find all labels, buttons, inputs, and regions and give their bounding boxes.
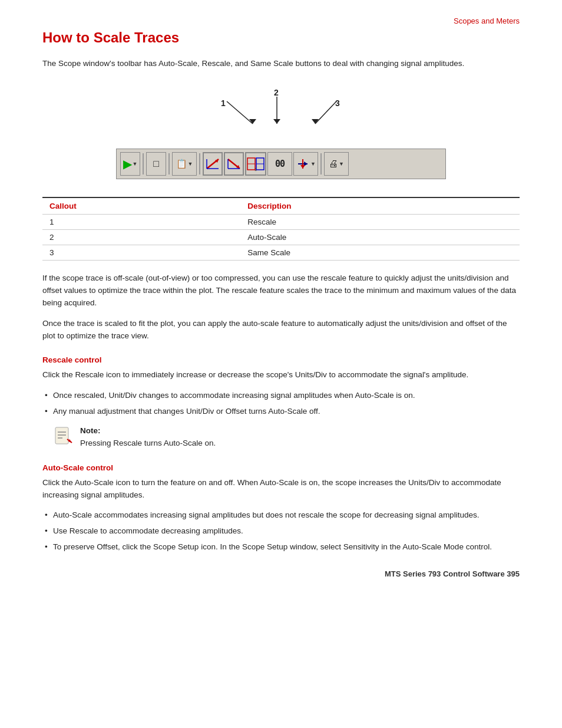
separator-1: [143, 153, 144, 174]
svg-rect-26: [55, 427, 68, 444]
stop-icon: □: [153, 159, 159, 169]
svg-marker-30: [68, 439, 72, 443]
display-icon: 00: [275, 159, 285, 169]
rescale-button[interactable]: [203, 152, 223, 176]
play-icon: ▶: [123, 157, 132, 171]
body-paragraph-1: If the scope trace is off-scale (out-of-…: [42, 272, 520, 309]
print-icon: 🖨: [329, 159, 338, 169]
svg-text:3: 3: [335, 98, 340, 108]
table-row: 2Auto-Scale: [42, 230, 520, 245]
samescale-button[interactable]: 1: [245, 152, 266, 176]
autoscale-heading: Auto-Scale control: [42, 463, 520, 472]
table-description-cell: Rescale: [240, 215, 520, 230]
callout-arrows: 1 2 3: [116, 84, 446, 149]
autoscale-bullets: Auto-Scale accommodates increasing signa…: [42, 509, 520, 554]
note-text: Pressing Rescale turns Auto-Scale on.: [80, 439, 216, 447]
dropdown-arrow-2: ▼: [188, 161, 193, 167]
dropdown-arrow: ▼: [133, 161, 138, 167]
rescale-bullets: Once rescaled, Unit/Div changes to accom…: [42, 390, 520, 418]
note-label: Note:: [80, 426, 101, 435]
page-number: 395: [507, 569, 520, 578]
table-row: 3Same Scale: [42, 245, 520, 261]
setup-button[interactable]: 📋 ▼: [172, 152, 197, 176]
table-callout-cell: 1: [42, 215, 240, 230]
svg-marker-5: [273, 119, 280, 124]
footer-text: MTS Series 793 Control Software: [385, 569, 505, 578]
note-content: Note: Pressing Rescale turns Auto-Scale …: [80, 425, 216, 450]
col-callout-header: Callout: [42, 197, 240, 215]
list-item: Once rescaled, Unit/Div changes to accom…: [42, 390, 520, 402]
table-description-cell: Auto-Scale: [240, 230, 520, 245]
play-button[interactable]: ▶ ▼: [120, 152, 140, 176]
autoscale-icon: [226, 156, 242, 172]
list-item: To preserve Offset, click the Scope Setu…: [42, 541, 520, 554]
intro-paragraph: The Scope window's toolbar has Auto-Scal…: [42, 58, 520, 70]
autoscale-body: Click the Auto-Scale icon to turn the fe…: [42, 477, 520, 502]
arrow-icon: [296, 157, 310, 171]
col-description-header: Description: [240, 197, 520, 215]
rescale-body: Click the Rescale icon to immediately in…: [42, 369, 520, 381]
print-button[interactable]: 🖨 ▼: [324, 152, 349, 176]
table-description-cell: Same Scale: [240, 245, 520, 261]
rescale-icon: [204, 156, 221, 172]
scope-toolbar: ▶ ▼ □ 📋 ▼: [116, 149, 446, 179]
note-box: Note: Pressing Rescale turns Auto-Scale …: [53, 425, 520, 450]
svg-line-7: [315, 101, 336, 124]
section-label: Scopes and Meters: [454, 17, 520, 25]
callout-table: Callout Description 1Rescale2Auto-Scale3…: [42, 197, 520, 261]
svg-text:2: 2: [274, 88, 279, 97]
table-row: 1Rescale: [42, 215, 520, 230]
list-item: Use Rescale to accommodate decreasing am…: [42, 525, 520, 538]
table-callout-cell: 2: [42, 230, 240, 245]
svg-marker-25: [300, 165, 305, 169]
samescale-icon: 1: [246, 156, 265, 172]
page-title: How to Scale Traces: [42, 29, 520, 46]
svg-text:1: 1: [254, 167, 257, 172]
body-paragraph-2: Once the trace is scaled to fit the plot…: [42, 318, 520, 342]
table-callout-cell: 3: [42, 245, 240, 261]
note-icon: [53, 426, 74, 450]
stop-button[interactable]: □: [146, 152, 166, 176]
setup-icon: 📋: [176, 159, 187, 169]
autoscale-button[interactable]: [224, 152, 244, 176]
list-item: Any manual adjustment that changes Unit/…: [42, 406, 520, 418]
separator-3: [199, 153, 200, 174]
arrow-button[interactable]: ▼: [293, 152, 318, 176]
toolbar-diagram: 1 2 3 ▶ ▼: [42, 84, 520, 179]
dropdown-arrow-4: ▼: [339, 161, 344, 167]
page-footer: MTS Series 793 Control Software 395: [385, 569, 520, 578]
callout-area: 1 2 3: [116, 84, 446, 149]
separator-2: [168, 153, 170, 174]
separator-4: [320, 153, 322, 174]
svg-text:1: 1: [221, 98, 226, 108]
rescale-heading: Rescale control: [42, 355, 520, 364]
list-item: Auto-Scale accommodates increasing signa…: [42, 509, 520, 522]
display-button[interactable]: 00: [267, 152, 292, 176]
svg-line-1: [227, 101, 253, 124]
dropdown-arrow-3: ▼: [310, 161, 316, 167]
